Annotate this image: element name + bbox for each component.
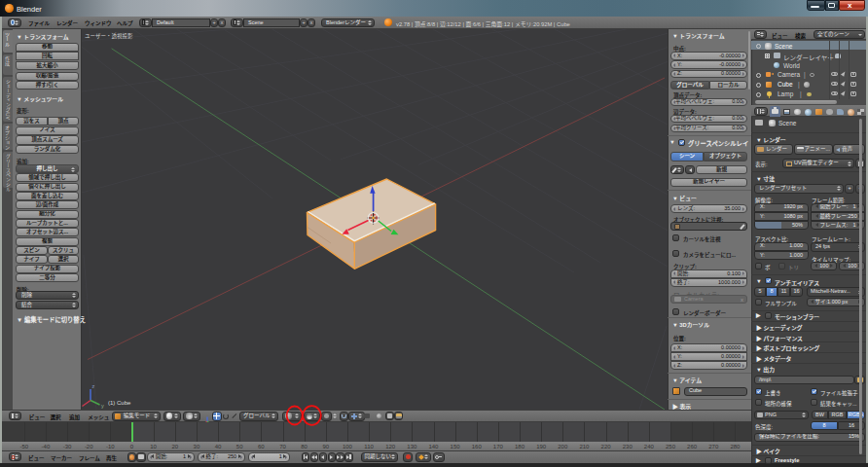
svg-text:z: z xyxy=(92,383,95,389)
svg-text:y: y xyxy=(101,403,104,409)
